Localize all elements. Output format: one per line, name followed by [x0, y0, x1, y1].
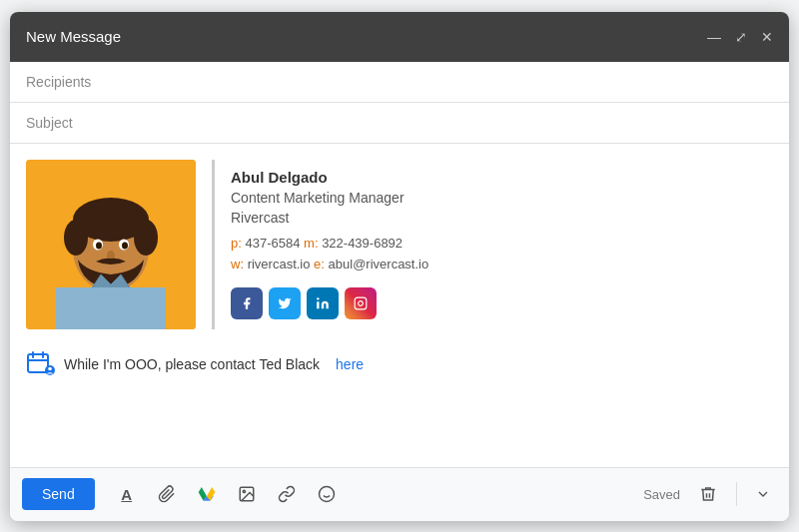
signature-block: Abul Delgado Content Marketing Manager R…: [26, 160, 773, 329]
recipients-input[interactable]: [106, 74, 773, 90]
toolbar: Send A: [10, 467, 789, 521]
ooo-icon: [26, 349, 56, 379]
recipients-label: Recipients: [26, 74, 106, 90]
ooo-link[interactable]: here: [336, 356, 364, 372]
phone-value: 437-6584: [245, 236, 300, 251]
ooo-row: While I'm OOO, please contact Ted Black …: [26, 349, 773, 379]
sig-phone: p: 437-6584 m: 322-439-6892: [231, 236, 428, 251]
sig-title: Content Marketing Manager: [231, 190, 428, 206]
phone-label: p:: [231, 236, 242, 251]
toolbar-divider: [736, 482, 737, 506]
recipients-row: Recipients: [10, 62, 789, 103]
maximize-button[interactable]: ⤢: [735, 30, 747, 44]
attach-button[interactable]: [151, 478, 183, 510]
drive-button[interactable]: [191, 478, 223, 510]
emoji-button[interactable]: [311, 478, 343, 510]
saved-label: Saved: [643, 487, 680, 502]
mobile-label: m:: [304, 236, 318, 251]
facebook-button[interactable]: [231, 287, 263, 319]
window-title: New Message: [26, 28, 121, 45]
close-button[interactable]: ✕: [761, 30, 773, 44]
minimize-button[interactable]: —: [707, 30, 721, 44]
linkedin-button[interactable]: [307, 287, 339, 319]
trash-button[interactable]: [692, 478, 724, 510]
sig-company: Rivercast: [231, 210, 428, 226]
instagram-button[interactable]: [345, 287, 377, 319]
mobile-value: 322-439-6892: [322, 236, 402, 251]
subject-input[interactable]: [106, 115, 773, 131]
compose-window: New Message — ⤢ ✕ Recipients Subject: [10, 12, 789, 521]
svg-rect-14: [355, 297, 367, 309]
email-value: abul@rivercast.io: [329, 257, 429, 271]
signature-divider: [212, 160, 215, 329]
title-bar: New Message — ⤢ ✕: [10, 12, 789, 62]
avatar: [26, 160, 196, 329]
svg-point-24: [319, 487, 334, 502]
ooo-message: While I'm OOO, please contact Ted Black: [64, 356, 320, 372]
more-options-button[interactable]: [749, 480, 777, 508]
web-label: w:: [231, 257, 244, 271]
twitter-button[interactable]: [269, 287, 301, 319]
link-button[interactable]: [271, 478, 303, 510]
send-button[interactable]: Send: [22, 478, 95, 510]
window-controls: — ⤢ ✕: [707, 30, 773, 44]
subject-label: Subject: [26, 115, 106, 131]
svg-point-9: [96, 242, 102, 249]
svg-point-13: [317, 297, 319, 299]
svg-point-10: [122, 242, 128, 249]
format-text-button[interactable]: A: [111, 478, 143, 510]
svg-rect-16: [28, 354, 48, 372]
svg-rect-12: [56, 287, 166, 329]
subject-row: Subject: [10, 103, 789, 144]
body-area[interactable]: Abul Delgado Content Marketing Manager R…: [10, 144, 789, 467]
signature-info: Abul Delgado Content Marketing Manager R…: [231, 160, 428, 329]
sig-name: Abul Delgado: [231, 169, 428, 186]
svg-point-6: [134, 220, 158, 256]
email-label: e:: [314, 257, 325, 271]
svg-point-5: [64, 220, 88, 256]
svg-point-23: [243, 490, 245, 492]
svg-point-21: [48, 366, 52, 370]
social-icons: [231, 287, 428, 319]
sig-web: w: rivercast.io e: abul@rivercast.io: [231, 257, 428, 271]
image-button[interactable]: [231, 478, 263, 510]
web-value: rivercast.io: [248, 257, 311, 271]
